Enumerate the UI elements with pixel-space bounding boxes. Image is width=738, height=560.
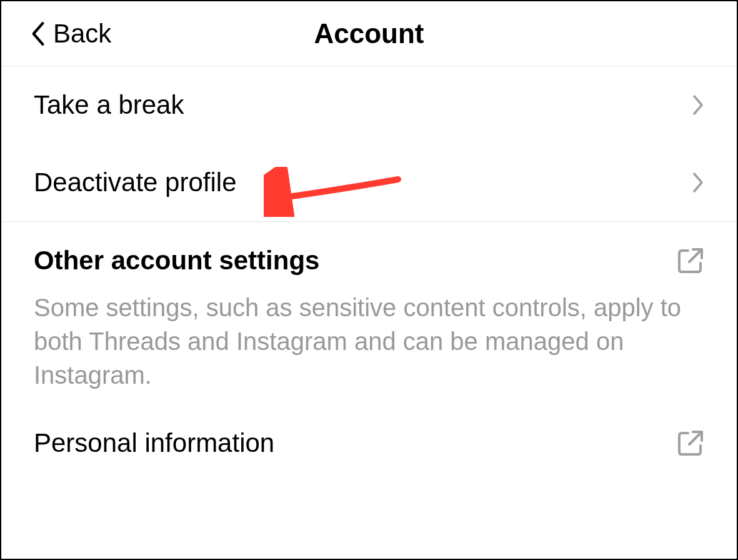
list-item-personal-information[interactable]: Personal information [1, 404, 737, 482]
list-item-label: Personal information [34, 428, 274, 458]
chevron-right-icon [692, 171, 704, 194]
back-button[interactable]: Back [29, 19, 111, 49]
chevron-right-icon [692, 94, 704, 116]
list-item-label: Take a break [34, 90, 184, 120]
section-header-other[interactable]: Other account settings [34, 246, 704, 276]
svg-line-1 [689, 432, 702, 444]
settings-list: Take a break Deactivate profile Other ac… [1, 66, 737, 482]
external-link-icon [677, 429, 704, 457]
section-title: Other account settings [34, 246, 319, 276]
svg-line-0 [689, 249, 702, 262]
back-label: Back [53, 19, 111, 49]
external-link-icon [677, 247, 704, 274]
page-title: Account [314, 18, 424, 49]
list-item-take-a-break[interactable]: Take a break [1, 66, 737, 144]
other-account-settings-section: Other account settings Some settings, su… [1, 222, 737, 404]
list-item-deactivate-profile[interactable]: Deactivate profile [1, 144, 737, 222]
page-header: Back Account [1, 1, 737, 66]
section-description: Some settings, such as sensitive content… [34, 291, 704, 392]
chevron-left-icon [29, 21, 46, 47]
list-item-label: Deactivate profile [34, 168, 237, 198]
